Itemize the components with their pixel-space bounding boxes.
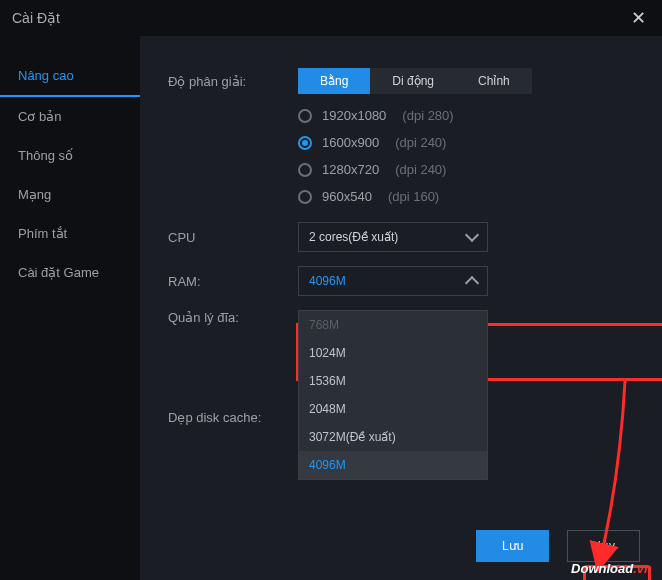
radio-icon [298,190,312,204]
resolution-option[interactable]: 960x540 (dpi 160) [298,189,634,204]
titlebar: Cài Đặt ✕ [0,0,662,36]
main-panel: Độ phân giải: Bằng Di động Chỉnh 1920x10… [140,36,662,580]
sidebar: Nâng cao Cơ bản Thông số Mạng Phím tắt C… [0,36,140,580]
resolution-option[interactable]: 1920x1080 (dpi 280) [298,108,634,123]
resolution-mode-segment: Bằng Di động Chỉnh [298,68,532,94]
resolution-dpi: (dpi 280) [402,108,453,123]
seg-custom[interactable]: Chỉnh [456,68,532,94]
resolution-dpi: (dpi 160) [388,189,439,204]
resolution-value: 1280x720 [322,162,379,177]
sidebar-item-game[interactable]: Cài đặt Game [0,253,140,292]
cancel-button[interactable]: Hủy [567,530,640,562]
resolution-value: 960x540 [322,189,372,204]
resolution-options: 1920x1080 (dpi 280) 1600x900 (dpi 240) 1… [298,108,634,204]
seg-mobile[interactable]: Di động [370,68,456,94]
radio-icon [298,136,312,150]
resolution-value: 1600x900 [322,135,379,150]
ram-option[interactable]: 3072M(Đề xuất) [299,423,487,451]
sidebar-item-network[interactable]: Mạng [0,175,140,214]
cpu-label: CPU [168,230,298,245]
cpu-select[interactable]: 2 cores(Đề xuất) [298,222,488,252]
resolution-label: Độ phân giải: [168,74,298,89]
ram-value: 4096M [309,274,346,288]
disk-label: Quản lý đĩa: [168,310,298,325]
resolution-dpi: (dpi 240) [395,135,446,150]
cpu-value: 2 cores(Đề xuất) [309,230,398,244]
ram-option[interactable]: 1024M [299,339,487,367]
window-title: Cài Đặt [12,10,60,26]
close-icon[interactable]: ✕ [627,7,650,29]
watermark: Download.vn [571,561,652,576]
ram-select[interactable]: 4096M [298,266,488,296]
resolution-value: 1920x1080 [322,108,386,123]
sidebar-item-specs[interactable]: Thông số [0,136,140,175]
sidebar-item-basic[interactable]: Cơ bản [0,97,140,136]
seg-equal[interactable]: Bằng [298,68,370,94]
radio-icon [298,109,312,123]
sidebar-item-advanced[interactable]: Nâng cao [0,56,140,97]
radio-icon [298,163,312,177]
ram-label: RAM: [168,274,298,289]
ram-option[interactable]: 768M [299,311,487,339]
cache-label: Dẹp disk cache: [168,410,298,425]
chevron-down-icon [465,228,479,242]
resolution-option[interactable]: 1600x900 (dpi 240) [298,135,634,150]
ram-option[interactable]: 2048M [299,395,487,423]
sidebar-item-shortcuts[interactable]: Phím tắt [0,214,140,253]
save-button[interactable]: Lưu [476,530,549,562]
resolution-dpi: (dpi 240) [395,162,446,177]
ram-option[interactable]: 4096M [299,451,487,479]
ram-option[interactable]: 1536M [299,367,487,395]
resolution-option[interactable]: 1280x720 (dpi 240) [298,162,634,177]
ram-dropdown: 768M 1024M 1536M 2048M 3072M(Đề xuất) 40… [298,310,488,480]
chevron-up-icon [465,276,479,290]
